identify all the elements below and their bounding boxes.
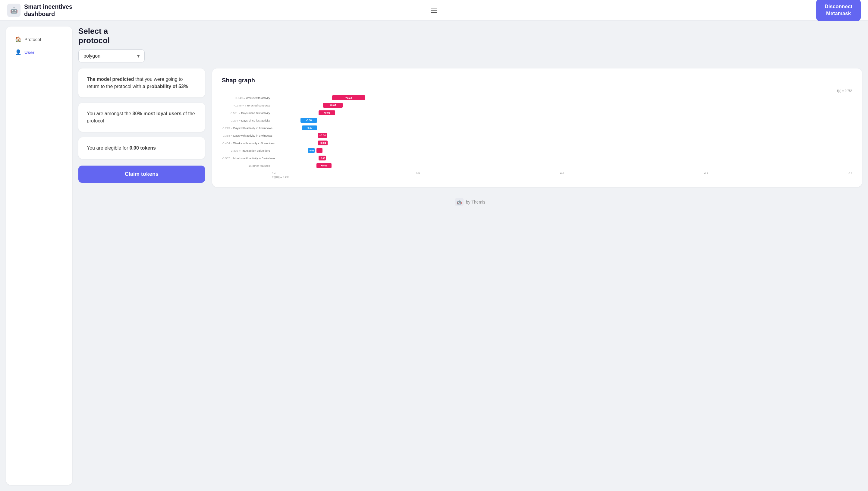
shap-axis-container: 0.40.50.60.70.8 E[f(X)] = 0.493 [222,171,852,178]
protocol-selector-section: Select a protocol polygon ethereum avala… [79,27,862,62]
prediction-card: The model predicted that you were going … [79,68,205,97]
shap-graph-title: Shap graph [222,77,852,84]
app-logo: 🤖 Smart incentives dashboard [7,3,72,18]
home-icon: 🏠 [15,37,22,42]
sidebar-user-label: User [24,50,34,55]
shap-row-2: -0.145 = Interacted contracts +0.09 [222,102,852,109]
shap-row-6: -0.338 = Days with activity in 3 windows… [222,132,852,139]
logo-icon: 🤖 [7,4,21,17]
loyalty-card: You are amongst the 30% most loyal users… [79,103,205,132]
shap-bar-4: -0.08 [301,118,317,123]
tokens-card: You are elegible for 0.00 tokens [79,137,205,159]
disconnect-metamask-button[interactable]: Disconnect Metamask [816,0,861,21]
sidebar-item-user[interactable]: 👤 User [11,47,67,58]
footer-logo-icon: 🤖 [455,198,464,206]
shap-row-9: -0.537 = Months with activity in 3 windo… [222,155,852,161]
user-icon: 👤 [15,50,22,55]
loyalty-prefix: You are amongst the [87,111,133,116]
sidebar: 🏠 Protocol 👤 User [6,27,72,485]
app-title: Smart incentives dashboard [24,3,72,18]
prediction-highlight: a probability of 53% [143,84,188,89]
efx-label: E[f(X)] = 0.493 [272,176,852,178]
shap-row-10: 14 other features +0.07 [222,162,852,169]
cards-column: The model predicted that you were going … [79,68,205,183]
tokens-prefix: You are elegible for [87,145,130,150]
cards-and-graph: The model predicted that you were going … [79,68,862,187]
shap-bar-8b [316,148,322,153]
hamburger-line-2 [431,10,437,10]
footer: 🤖 by Themis [79,193,862,211]
fx-label: f(x) = 0.758 [222,89,852,93]
prediction-text-bold: The model predicted [87,77,134,82]
sidebar-protocol-label: Protocol [24,37,41,42]
shap-row-3: -0.521 = Days since first activity +0.08 [222,110,852,116]
claim-tokens-button[interactable]: Claim tokens [79,166,205,183]
shap-bar-8: -0.03 [308,148,315,153]
shap-axis-labels: 0.40.50.60.70.8 [272,172,852,175]
hamburger-menu[interactable] [428,5,440,15]
tokens-amount: 0.00 tokens [130,145,156,150]
shap-row-1: 0.049 = Weeks with activity +0.18 [222,94,852,101]
shap-bar-7: +0.04 [318,141,328,145]
shap-bar-10: +0.07 [316,163,332,168]
shap-bar-1: +0.18 [332,95,365,100]
loyalty-highlight: 30% most loyal users [133,111,182,116]
shap-row-4: -0.274 = Days since last activity -0.08 [222,117,852,124]
protocol-select[interactable]: polygon ethereum avalanche arbitrum [79,50,145,62]
shap-row-7: -0.454 = Weeks with activity in 3 window… [222,140,852,146]
shap-bar-2: +0.09 [323,103,343,108]
hamburger-line-3 [431,12,437,13]
hamburger-line-1 [431,8,437,8]
main-content: Select a protocol polygon ethereum avala… [79,27,862,485]
shap-rows: 0.049 = Weeks with activity +0.18 -0.145… [222,94,852,169]
shap-row-8: 2.302 = Transaction value tiers -0.03 [222,147,852,154]
shap-row-5: -0.275 = Days with activity in 6 windows… [222,124,852,131]
shap-bar-9: +0.03 [318,155,326,161]
sidebar-item-protocol[interactable]: 🏠 Protocol [11,34,67,45]
main-layout: 🏠 Protocol 👤 User Select a protocol poly… [0,21,868,491]
shap-graph-card: Shap graph f(x) = 0.758 0.049 = Weeks wi… [212,68,862,187]
shap-bar-5: -0.07 [302,125,317,130]
shap-bar-6: +0.04 [318,133,327,138]
footer-text: by Themis [466,200,485,204]
shap-chart: f(x) = 0.758 0.049 = Weeks with activity… [222,89,852,178]
select-protocol-label: Select a protocol [79,27,862,45]
shap-bar-3: +0.08 [318,110,335,115]
app-header: 🤖 Smart incentives dashboard Disconnect … [0,0,868,21]
protocol-select-wrapper: polygon ethereum avalanche arbitrum ▼ [79,50,145,62]
